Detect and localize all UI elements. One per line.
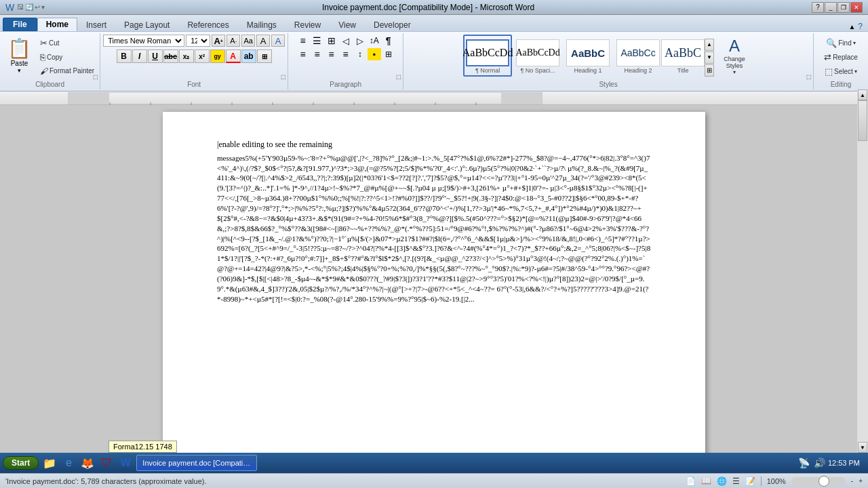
italic-button[interactable]: I <box>132 49 147 63</box>
tab-references[interactable]: References <box>178 18 237 31</box>
tab-file[interactable]: File <box>3 18 37 31</box>
tab-review[interactable]: Review <box>285 18 330 31</box>
paste-button[interactable]: 📋 Paste ▾ <box>3 35 36 77</box>
zoom-slider[interactable] <box>791 477 846 485</box>
font-color-button[interactable]: A <box>226 49 241 63</box>
find-button[interactable]: 🔍 Find ▾ <box>823 37 858 49</box>
decrease-indent-button[interactable]: ◁ <box>339 35 353 47</box>
close-btn[interactable]: ✕ <box>850 2 863 13</box>
style-heading2-button[interactable]: AaBbCc Heading 2 <box>614 35 663 77</box>
styles-dialog-launcher[interactable]: ⬚ <box>806 74 812 80</box>
window-controls[interactable]: ? _ ❐ ✕ <box>812 2 863 13</box>
replace-button[interactable]: ⇄ Replace <box>821 51 861 64</box>
taskbar-word-item[interactable]: Invoice payment.doc [Compatibility Mode]… <box>136 455 257 471</box>
font-dialog-launcher[interactable]: ⬚ <box>281 74 286 80</box>
format-painter-button[interactable]: 🖌 Format Painter <box>37 65 97 77</box>
ribbon-minimize-icon[interactable]: ▲ <box>848 23 855 30</box>
help-btn[interactable]: ? <box>812 2 824 13</box>
zoom-out-icon[interactable]: - <box>851 477 853 485</box>
minimize-btn[interactable]: _ <box>825 2 837 13</box>
tab-view[interactable]: View <box>330 18 365 31</box>
bold-button[interactable]: B <box>117 49 132 63</box>
show-hide-button[interactable]: ¶ <box>382 35 395 47</box>
justify-button[interactable]: ≡ <box>339 48 353 60</box>
view-fullread-btn[interactable]: 📖 <box>701 476 711 486</box>
taskbar-icon-ie[interactable]: e <box>60 455 77 471</box>
font-row1: Times New Roman 12 A+ A- Aa A A <box>103 35 285 47</box>
find-dropdown[interactable]: ▾ <box>853 40 856 46</box>
style-heading1-button[interactable]: AaBbC Heading 1 <box>564 35 612 77</box>
change-styles-button[interactable]: A ChangeStyles ▾ <box>715 35 753 77</box>
align-center-button[interactable]: ≡ <box>311 48 324 60</box>
align-left-button[interactable]: ≡ <box>296 48 310 60</box>
shrink-font-button[interactable]: A- <box>226 35 240 47</box>
change-case-button[interactable]: Aa <box>241 35 255 47</box>
taskbar-icon-security[interactable]: 🛡 <box>98 455 115 471</box>
scrollbar-track[interactable] <box>858 105 867 442</box>
scrollbar-down-btn[interactable]: ▼ <box>858 442 867 453</box>
clipboard-dialog-launcher[interactable]: ⬚ <box>93 74 98 80</box>
text-effects-button[interactable]: A <box>271 35 285 47</box>
tab-page-layout[interactable]: Page Layout <box>115 18 178 31</box>
shading-button[interactable]: ab <box>241 49 256 63</box>
zoom-in-icon[interactable]: + <box>859 477 863 485</box>
change-styles-dropdown[interactable]: ▾ <box>733 69 736 75</box>
tray-volume-icon[interactable]: 🔊 <box>814 458 825 468</box>
tab-mailings[interactable]: Mailings <box>238 18 285 31</box>
view-web-btn[interactable]: 🌐 <box>717 476 727 486</box>
font-size-select[interactable]: 12 <box>186 35 210 47</box>
paragraph-dialog-launcher[interactable]: ⬚ <box>396 74 401 80</box>
paste-icon: 📋 <box>7 37 31 60</box>
tab-developer[interactable]: Developer <box>365 18 420 31</box>
paste-dropdown-icon[interactable]: ▾ <box>18 67 21 74</box>
borders-button[interactable]: ⊞ <box>382 48 395 60</box>
multilevel-list-button[interactable]: ⊞ <box>325 35 338 47</box>
scrollbar-thumb[interactable] <box>858 105 867 141</box>
document-content[interactable]: enable editing to see the remaining mess… <box>217 139 651 304</box>
style-no-spacing-button[interactable]: AaBbCcDd ¶ No Spaci... <box>513 35 562 77</box>
taskbar-icon-word[interactable]: W <box>117 455 134 471</box>
style-title-button[interactable]: AaBbC Title <box>664 35 702 77</box>
border-button[interactable]: ⊞ <box>257 49 272 63</box>
line-spacing-button[interactable]: ↕ <box>353 48 367 60</box>
view-draft-btn[interactable]: 📝 <box>745 476 755 486</box>
select-dropdown[interactable]: ▾ <box>854 68 857 75</box>
taskbar-icon-firefox[interactable]: 🦊 <box>79 455 96 471</box>
bullets-button[interactable]: ≡ <box>296 35 310 47</box>
grow-font-button[interactable]: A+ <box>212 35 225 47</box>
gallery-more[interactable]: ⊞ <box>705 64 714 77</box>
tab-home[interactable]: Home <box>37 18 77 31</box>
strikethrough-button[interactable]: abc <box>163 49 178 63</box>
numbering-button[interactable]: ☰ <box>311 35 324 47</box>
style-normal-button[interactable]: AaBbCcDd ¶ Normal <box>463 35 512 77</box>
cut-button[interactable]: ✂ Cut <box>37 37 97 49</box>
underline-button[interactable]: U <box>148 49 163 63</box>
font-name-select[interactable]: Times New Roman <box>103 35 184 47</box>
select-button[interactable]: ⬚ Select ▾ <box>822 65 860 78</box>
align-right-button[interactable]: ≡ <box>325 48 338 60</box>
restore-btn[interactable]: ❐ <box>837 2 850 13</box>
subscript-button[interactable]: x₂ <box>179 49 194 63</box>
copy-button[interactable]: ⎘ Copy <box>37 51 97 64</box>
highlight-button[interactable]: gy <box>210 49 225 63</box>
view-outline-btn[interactable]: ☰ <box>732 476 740 486</box>
document-body[interactable]: messages5%(+5'Y903µ59-%~:'8=?+°%µ@@[',|?… <box>217 153 651 304</box>
taskbar-icon-folder[interactable]: 📁 <box>41 455 58 471</box>
tab-insert[interactable]: Insert <box>77 18 115 31</box>
shading-para-button[interactable]: ▪ <box>368 48 381 60</box>
start-button[interactable]: Start <box>3 456 39 470</box>
clear-formatting-button[interactable]: A <box>256 35 270 47</box>
tray-network-icon[interactable]: 📡 <box>798 458 810 468</box>
superscript-button[interactable]: x² <box>195 49 210 63</box>
gallery-scroll-up[interactable]: ▲ <box>705 39 714 51</box>
document-container[interactable]: enable editing to see the remaining mess… <box>0 105 868 468</box>
view-print-btn[interactable]: 📄 <box>686 476 696 486</box>
gallery-scroll-down[interactable]: ▼ <box>705 52 714 64</box>
help-icon[interactable]: ? <box>858 22 863 31</box>
document-page[interactable]: enable editing to see the remaining mess… <box>163 112 705 462</box>
select-icon: ⬚ <box>825 66 833 77</box>
zoom-level: 100% <box>767 477 786 485</box>
vertical-scrollbar[interactable]: ▲ ▼ <box>857 105 868 453</box>
sort-button[interactable]: ↕A <box>368 35 381 47</box>
increase-indent-button[interactable]: ▷ <box>353 35 367 47</box>
